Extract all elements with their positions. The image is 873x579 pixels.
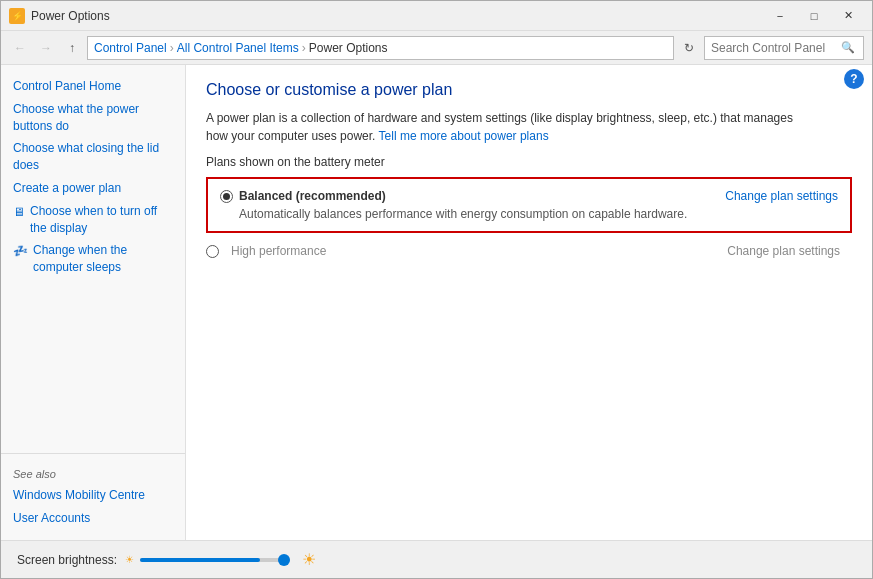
sidebar-label-create-plan: Create a power plan <box>13 180 121 197</box>
brightness-label: Screen brightness: <box>17 553 117 567</box>
sidebar-label-user-accounts: User Accounts <box>13 510 90 527</box>
display-icon: 🖥 <box>13 204 25 221</box>
radio-inner-balanced <box>223 193 230 200</box>
sidebar-item-sleep[interactable]: 💤 Change when the computer sleeps <box>1 239 185 279</box>
main-area: Control Panel Home Choose what the power… <box>1 65 872 540</box>
sidebar-label-control-panel-home: Control Panel Home <box>13 78 121 95</box>
breadcrumb: Control Panel › All Control Panel Items … <box>87 36 674 60</box>
breadcrumb-current: Power Options <box>309 41 388 55</box>
back-button[interactable]: ← <box>9 37 31 59</box>
brightness-sun-big-icon: ☀ <box>302 550 316 569</box>
forward-button[interactable]: → <box>35 37 57 59</box>
main-window: ⚡ Power Options − □ ✕ ← → ↑ Control Pane… <box>0 0 873 579</box>
plan-name-balanced: Balanced (recommended) <box>239 189 386 203</box>
brightness-thumb[interactable] <box>278 554 290 566</box>
plan-card-balanced: Balanced (recommended) Change plan setti… <box>206 177 852 233</box>
plan-header-balanced: Balanced (recommended) Change plan setti… <box>220 189 838 203</box>
description-text-1: A power plan is a collection of hardware… <box>206 111 793 125</box>
plan-name-row-balanced: Balanced (recommended) <box>220 189 386 203</box>
breadcrumb-all-items[interactable]: All Control Panel Items <box>177 41 299 55</box>
sidebar-item-control-panel-home[interactable]: Control Panel Home <box>1 75 185 98</box>
search-input[interactable] <box>711 41 841 55</box>
up-button[interactable]: ↑ <box>61 37 83 59</box>
brightness-fill <box>140 558 260 562</box>
addressbar: ← → ↑ Control Panel › All Control Panel … <box>1 31 872 65</box>
help-button[interactable]: ? <box>844 69 864 89</box>
sidebar-item-create-plan[interactable]: Create a power plan <box>1 177 185 200</box>
sidebar-item-user-accounts[interactable]: User Accounts <box>1 507 185 530</box>
titlebar: ⚡ Power Options − □ ✕ <box>1 1 872 31</box>
plan-name-row-high: High performance <box>206 244 326 258</box>
sidebar-label-lid: Choose what closing the lid does <box>13 140 173 174</box>
brightness-sun-small-icon: ☀ <box>125 554 134 565</box>
sidebar-item-turn-off-display[interactable]: 🖥 Choose when to turn off the display <box>1 200 185 240</box>
sidebar-see-also: See also Windows Mobility Centre User Ac… <box>1 453 185 530</box>
window-title: Power Options <box>31 9 764 23</box>
tell-me-more-link[interactable]: Tell me more about power plans <box>379 129 549 143</box>
sidebar-label-sleep: Change when the computer sleeps <box>33 242 173 276</box>
search-icon[interactable]: 🔍 <box>841 41 855 54</box>
breadcrumb-control-panel[interactable]: Control Panel <box>94 41 167 55</box>
content-area: ? Choose or customise a power plan A pow… <box>186 65 872 540</box>
sleep-icon: 💤 <box>13 243 28 260</box>
plans-section-label: Plans shown on the battery meter <box>206 151 852 169</box>
sidebar-label-power-buttons: Choose what the power buttons do <box>13 101 173 135</box>
sidebar: Control Panel Home Choose what the power… <box>1 65 186 540</box>
change-plan-settings-high[interactable]: Change plan settings <box>727 244 840 258</box>
radio-high[interactable] <box>206 245 219 258</box>
minimize-button[interactable]: − <box>764 6 796 26</box>
sidebar-label-mobility: Windows Mobility Centre <box>13 487 145 504</box>
radio-balanced[interactable] <box>220 190 233 203</box>
sidebar-item-lid[interactable]: Choose what closing the lid does <box>1 137 185 177</box>
sidebar-item-power-buttons[interactable]: Choose what the power buttons do <box>1 98 185 138</box>
close-button[interactable]: ✕ <box>832 6 864 26</box>
plan-desc-balanced: Automatically balances performance with … <box>239 207 838 221</box>
bottom-bar: Screen brightness: ☀ ☀ <box>1 540 872 578</box>
window-icon: ⚡ <box>9 8 25 24</box>
refresh-button[interactable]: ↻ <box>678 37 700 59</box>
description-text-2: how your computer uses power. <box>206 129 375 143</box>
see-also-label: See also <box>1 464 185 484</box>
brightness-slider[interactable] <box>140 558 290 562</box>
plan-name-high: High performance <box>231 244 326 258</box>
titlebar-controls: − □ ✕ <box>764 6 864 26</box>
sidebar-item-mobility-centre[interactable]: Windows Mobility Centre <box>1 484 185 507</box>
sidebar-label-turn-off: Choose when to turn off the display <box>30 203 173 237</box>
change-plan-settings-balanced[interactable]: Change plan settings <box>725 189 838 203</box>
maximize-button[interactable]: □ <box>798 6 830 26</box>
page-title: Choose or customise a power plan <box>206 81 852 99</box>
page-description: A power plan is a collection of hardware… <box>206 109 852 145</box>
plan-row-high: High performance Change plan settings <box>206 237 852 265</box>
search-bar: 🔍 <box>704 36 864 60</box>
